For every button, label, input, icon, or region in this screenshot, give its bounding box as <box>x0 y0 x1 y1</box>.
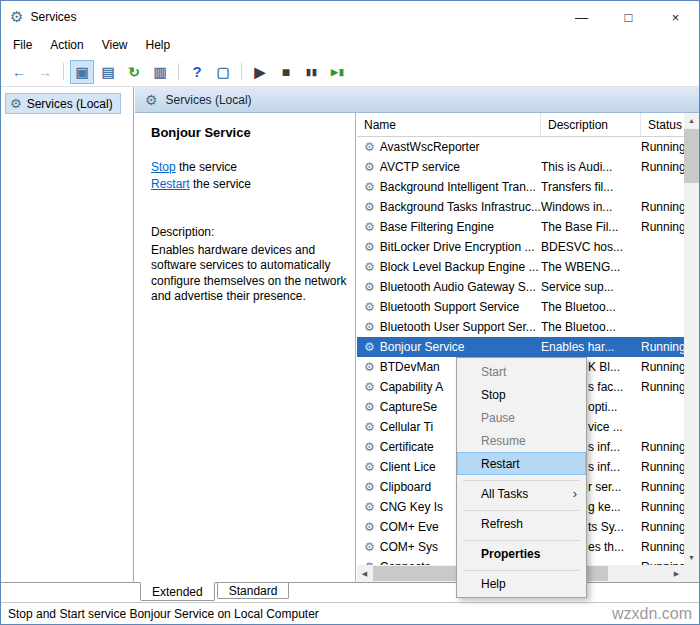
service-name: Clipboard <box>380 480 431 494</box>
context-menu-item[interactable]: Properties <box>457 542 586 565</box>
view-tab[interactable]: Extended <box>140 582 215 601</box>
service-description: The Bluetoo... <box>541 300 641 314</box>
service-name: Client Lice <box>380 460 436 474</box>
service-name: Capability A <box>380 380 443 394</box>
Bluetooth Audio Gateway S...[interactable]: ⚙Bluetooth Audio Gateway S... Service su… <box>357 277 684 297</box>
scrollbar-corner <box>684 565 699 582</box>
maximize-button[interactable]: □ <box>605 1 652 33</box>
service-name: Bonjour Service <box>380 340 465 354</box>
Background Tasks Infrastruc...[interactable]: ⚙Background Tasks Infrastruc... Windows … <box>357 197 684 217</box>
context-menu-item[interactable]: Help <box>457 572 586 595</box>
scroll-right-icon[interactable]: ▶ <box>669 566 684 581</box>
service-name: Bluetooth Support Service <box>380 300 519 314</box>
window-panes-icon[interactable]: ▤ <box>96 60 120 84</box>
service-description: The Bluetoo... <box>541 320 641 334</box>
context-menu-item[interactable]: Restart <box>457 452 586 475</box>
service-gear-icon: ⚙ <box>364 340 375 354</box>
forward-icon[interactable]: → <box>33 60 57 84</box>
service-gear-icon: ⚙ <box>364 160 375 174</box>
minimize-button[interactable]: — <box>558 1 605 33</box>
service-gear-icon: ⚙ <box>364 300 375 314</box>
close-button[interactable]: × <box>652 1 699 33</box>
service-description: BDESVC hos... <box>541 240 641 254</box>
service-name: BitLocker Drive Encryption ... <box>380 240 535 254</box>
vertical-scrollbar-thumb[interactable] <box>684 129 699 183</box>
back-icon[interactable]: ← <box>7 60 31 84</box>
service-name: COM+ Eve <box>380 520 439 534</box>
service-gear-icon: ⚙ <box>364 420 375 434</box>
service-name: CNG Key Is <box>380 500 443 514</box>
menu-item[interactable]: File <box>4 33 41 57</box>
main-area: ⚙ Services (Local) ⚙ Services (Local) Bo… <box>1 87 699 582</box>
context-menu: Start Stop Pause Resume Restart All Task… <box>456 357 587 598</box>
service-status: Running <box>641 440 684 454</box>
console-tree-panel: ⚙ Services (Local) <box>1 87 134 582</box>
tree-item-services-local[interactable]: ⚙ Services (Local) <box>5 93 121 114</box>
column-header[interactable]: Description <box>541 113 641 136</box>
Base Filtering Engine[interactable]: ⚙Base Filtering Engine The Base Fil... R… <box>357 217 684 237</box>
service-gear-icon: ⚙ <box>364 360 375 374</box>
description-text: Enables hardware devices and software se… <box>151 243 351 305</box>
Bonjour Service[interactable]: ⚙Bonjour Service Enables har... Running <box>357 337 684 357</box>
menu-item[interactable]: View <box>93 33 137 57</box>
services-app-icon: ⚙ <box>10 8 23 26</box>
service-name: Background Tasks Infrastruc... <box>380 200 541 214</box>
description-label: Description: <box>151 225 351 241</box>
AvastWscReporter[interactable]: ⚙AvastWscReporter Running <box>357 137 684 157</box>
service-description: This is Audi... <box>541 160 641 174</box>
service-status: Running <box>641 540 684 554</box>
selected-service-title: Bonjour Service <box>151 125 351 140</box>
stop-service-link[interactable]: Stop <box>151 160 176 174</box>
stop-service-icon[interactable]: ■ <box>274 60 298 84</box>
context-menu-item[interactable]: Stop <box>457 383 586 406</box>
list-header: NameDescriptionStatus <box>357 113 684 137</box>
service-gear-icon: ⚙ <box>364 540 375 554</box>
restart-service-icon[interactable]: ▶▮ <box>326 60 350 84</box>
menu-item[interactable]: Action <box>41 33 92 57</box>
vertical-scrollbar[interactable]: ▲ ▼ <box>684 113 699 565</box>
context-menu-item[interactable]: Pause <box>457 406 586 429</box>
Background Intelligent Tran...[interactable]: ⚙Background Intelligent Tran... Transfer… <box>357 177 684 197</box>
refresh-icon[interactable]: ↻ <box>122 60 146 84</box>
context-menu-item[interactable]: Resume <box>457 429 586 452</box>
context-menu-item <box>457 565 586 572</box>
service-name: BTDevMan <box>380 360 440 374</box>
toolbar-button <box>178 63 179 80</box>
console-tree-icon[interactable]: ▣ <box>70 60 94 84</box>
Bluetooth User Support Ser...[interactable]: ⚙Bluetooth User Support Ser... The Bluet… <box>357 317 684 337</box>
service-gear-icon: ⚙ <box>364 480 375 494</box>
pane-header-icon: ⚙ <box>145 92 158 108</box>
AVCTP service[interactable]: ⚙AVCTP service This is Audi... Running <box>357 157 684 177</box>
pane-header: ⚙ Services (Local) <box>135 87 699 113</box>
BitLocker Drive Encryption ...[interactable]: ⚙BitLocker Drive Encryption ... BDESVC h… <box>357 237 684 257</box>
scroll-down-icon[interactable]: ▼ <box>684 550 699 565</box>
view-tab[interactable]: Standard <box>217 583 290 599</box>
restart-service-link[interactable]: Restart <box>151 177 190 191</box>
service-name: Block Level Backup Engine ... <box>380 260 539 274</box>
export-list-icon[interactable]: ▥ <box>148 60 172 84</box>
column-header[interactable]: Name <box>357 113 541 136</box>
column-header[interactable]: Status <box>641 113 684 136</box>
help-icon[interactable]: ? <box>185 60 209 84</box>
service-description-block: Description: Enables hardware devices an… <box>151 225 351 305</box>
service-gear-icon: ⚙ <box>364 320 375 334</box>
status-bar: Stop and Start service Bonjour Service o… <box>1 602 699 624</box>
right-panel: ⚙ Services (Local) Bonjour Service Stop … <box>135 87 699 582</box>
scroll-up-icon[interactable]: ▲ <box>684 113 699 128</box>
stop-link-suffix: the service <box>176 160 237 174</box>
service-description: Service sup... <box>541 280 641 294</box>
context-menu-item[interactable]: All Tasks › <box>457 482 586 505</box>
scroll-left-icon[interactable]: ◀ <box>357 566 372 581</box>
start-service-icon[interactable]: ▶ <box>248 60 272 84</box>
menu-item[interactable]: Help <box>137 33 180 57</box>
properties-window-icon[interactable]: ▢ <box>211 60 235 84</box>
service-name: Bluetooth User Support Ser... <box>380 320 536 334</box>
pause-service-icon[interactable]: ▮▮ <box>300 60 324 84</box>
Bluetooth Support Service[interactable]: ⚙Bluetooth Support Service The Bluetoo..… <box>357 297 684 317</box>
context-menu-item[interactable]: Start <box>457 360 586 383</box>
context-menu-item[interactable]: Refresh <box>457 512 586 535</box>
status-text: Stop and Start service Bonjour Service o… <box>8 607 319 621</box>
menu-bar: FileActionViewHelp <box>1 33 699 57</box>
service-status: Running <box>641 220 684 234</box>
Block Level Backup Engine ...[interactable]: ⚙Block Level Backup Engine ... The WBENG… <box>357 257 684 277</box>
